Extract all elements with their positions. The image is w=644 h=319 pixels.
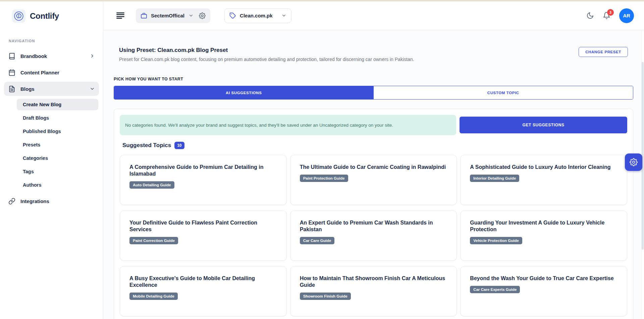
sidebar: Contlify NAVIGATION Brandbook Content Pl… [0, 1, 103, 319]
dark-mode-toggle[interactable] [586, 12, 594, 19]
preset-header: Using Preset: Clean.com.pk Blog Preset P… [119, 47, 628, 62]
app-page: Contlify NAVIGATION Brandbook Content Pl… [0, 0, 644, 319]
chevron-right-icon [90, 53, 95, 59]
topic-title: Your Definitive Guide to Flawless Paint … [129, 219, 277, 233]
preset-description: Preset for Clean.com.pk blog content, fo… [119, 57, 414, 62]
suggested-topics-title: Suggested Topics [122, 142, 171, 149]
sidebar-item-content-planner[interactable]: Content Planner [4, 65, 99, 79]
topic-title: A Comprehensive Guide to Premium Car Det… [129, 164, 277, 177]
topic-title: Beyond the Wash Your Guide to True Car C… [470, 275, 618, 282]
book-icon [8, 53, 15, 60]
topic-category-badge: Car Care Guide [300, 237, 335, 244]
blogs-submenu: Create New Blog Draft Blogs Published Bl… [4, 98, 99, 194]
workspace-settings-icon[interactable] [199, 12, 206, 19]
start-picker-label: PICK HOW YOU WANT TO START [114, 77, 633, 81]
notifications-button[interactable]: 3 [603, 12, 610, 19]
top-accent-strip [0, 0, 644, 1]
sidebar-item-draft-blogs[interactable]: Draft Blogs [17, 112, 98, 124]
moon-icon [586, 12, 594, 19]
topic-title: Guarding Your Investment A Guide to Luxu… [470, 219, 618, 233]
workspace-name: SectemOffical [151, 13, 184, 18]
topic-card[interactable]: An Expert Guide to Premium Car Wash Stan… [290, 210, 457, 261]
sidebar-item-blogs[interactable]: Blogs [4, 82, 99, 96]
topic-title: A Busy Executive's Guide to Mobile Car D… [129, 275, 277, 289]
suggestions-panel: No categories found. We'll analyze your … [114, 109, 633, 319]
menu-toggle-icon[interactable] [116, 12, 124, 19]
topic-card[interactable]: Beyond the Wash Your Guide to True Car C… [460, 266, 627, 316]
preset-title: Using Preset: Clean.com.pk Blog Preset [119, 47, 414, 54]
tab-ai-suggestions[interactable]: AI SUGGESTIONS [114, 86, 374, 99]
start-mode-tabs: AI SUGGESTIONS CUSTOM TOPIC [114, 86, 633, 100]
topic-category-badge: Car Care Experts Guide [470, 286, 520, 293]
sidebar-item-label: Content Planner [20, 70, 59, 75]
main-content: Using Preset: Clean.com.pk Blog Preset P… [104, 30, 644, 319]
topic-card[interactable]: The Ultimate Guide to Car Ceramic Coatin… [290, 155, 457, 205]
site-name: Clean.com.pk [240, 13, 273, 18]
gear-icon [630, 158, 638, 166]
sidebar-item-label: Brandbook [20, 53, 47, 59]
topic-title: An Expert Guide to Premium Car Wash Stan… [300, 219, 447, 233]
topic-title: The Ultimate Guide to Car Ceramic Coatin… [300, 164, 447, 171]
file-text-icon [8, 85, 15, 92]
chevron-down-icon [90, 86, 95, 91]
topics-grid: A Comprehensive Guide to Premium Car Det… [120, 155, 627, 319]
chevron-down-icon [281, 13, 286, 18]
briefcase-icon [141, 12, 147, 19]
topic-title: How to Maintain That Showroom Finish Car… [300, 275, 447, 289]
workspace-selector[interactable]: SectemOffical [136, 8, 210, 23]
sidebar-item-tags[interactable]: Tags [17, 166, 98, 177]
tag-icon [229, 12, 236, 19]
top-bar: SectemOffical Clean.com.pk 3 [104, 1, 644, 30]
brand-name: Contlify [30, 11, 59, 21]
topbar-actions: 3 AR [586, 8, 634, 23]
topic-category-badge: Showroom Finish Guide [300, 293, 351, 300]
sidebar-item-label: Blogs [20, 86, 35, 92]
brain-logo-icon [12, 9, 25, 23]
sidebar-item-presets[interactable]: Presets [17, 139, 98, 150]
topic-category-badge: Paint Protection Guide [300, 175, 348, 182]
topic-card[interactable]: A Sophisticated Guide to Luxury Auto Int… [460, 155, 627, 205]
topic-category-badge: Paint Correction Guide [129, 237, 178, 244]
topic-card[interactable]: A Comprehensive Guide to Premium Car Det… [120, 155, 287, 205]
page-scrollbar[interactable] [641, 30, 644, 319]
nav-section-label: NAVIGATION [9, 39, 103, 43]
notification-count-badge: 3 [607, 9, 614, 16]
brand-logo[interactable]: Contlify [0, 1, 103, 23]
topic-card[interactable]: How to Maintain That Showroom Finish Car… [290, 266, 457, 316]
sidebar-item-label: Integrations [20, 198, 49, 204]
topic-card[interactable]: Guarding Your Investment A Guide to Luxu… [460, 210, 627, 261]
site-selector[interactable]: Clean.com.pk [224, 8, 291, 23]
get-suggestions-button[interactable]: GET SUGGESTIONS [460, 117, 627, 133]
calendar-icon [8, 69, 15, 76]
floating-settings-button[interactable] [625, 153, 642, 171]
sidebar-nav: Brandbook Content Planner Blogs [0, 49, 103, 208]
suggested-topics-header: Suggested Topics 10 [120, 142, 627, 149]
topic-category-badge: Interior Detailing Guide [470, 175, 519, 182]
sidebar-item-authors[interactable]: Authors [17, 179, 98, 191]
topic-category-badge: Auto Detailing Guide [129, 181, 174, 189]
sidebar-item-published-blogs[interactable]: Published Blogs [17, 126, 98, 137]
tab-custom-topic[interactable]: CUSTOM TOPIC [374, 86, 633, 99]
topic-card[interactable]: Your Definitive Guide to Flawless Paint … [120, 210, 287, 261]
topic-card[interactable]: A Busy Executive's Guide to Mobile Car D… [120, 266, 287, 316]
topic-title: A Sophisticated Guide to Luxury Auto Int… [470, 164, 618, 171]
sidebar-item-categories[interactable]: Categories [17, 152, 98, 164]
sidebar-item-create-new-blog[interactable]: Create New Blog [17, 99, 98, 110]
change-preset-button[interactable]: CHANGE PRESET [579, 47, 628, 57]
sidebar-item-brandbook[interactable]: Brandbook [4, 49, 99, 63]
alert-row: No categories found. We'll analyze your … [120, 115, 627, 135]
no-categories-alert: No categories found. We'll analyze your … [120, 115, 456, 135]
topic-category-badge: Mobile Detailing Guide [129, 293, 178, 300]
topic-category-badge: Vehicle Protection Guide [470, 237, 522, 244]
sidebar-item-integrations[interactable]: Integrations [4, 194, 99, 208]
topics-count-badge: 10 [174, 142, 184, 149]
user-avatar[interactable]: AR [619, 8, 634, 23]
chevron-down-icon [189, 13, 194, 18]
link-icon [8, 198, 15, 205]
